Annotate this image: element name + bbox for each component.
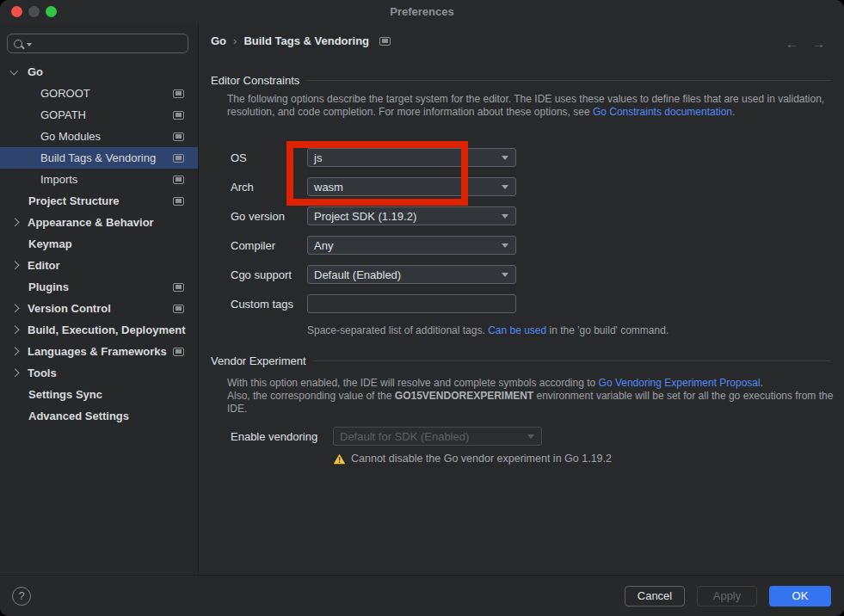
arch-dropdown[interactable]: wasm — [307, 177, 516, 196]
sidebar-item-project-structure[interactable]: Project Structure — [0, 190, 198, 212]
window-title: Preferences — [0, 5, 844, 18]
sidebar-item-languages-frameworks[interactable]: Languages & Frameworks — [0, 341, 198, 362]
sidebar-item-label: Go — [28, 65, 43, 78]
go-vendoring-experiment-proposal-link[interactable]: Go Vendoring Experiment Proposal — [599, 377, 761, 389]
title-bar: Preferences — [0, 0, 844, 23]
project-settings-icon — [173, 132, 184, 141]
sidebar-item-imports[interactable]: Imports — [0, 169, 198, 190]
breadcrumb-build-tags-vendoring: Build Tags & Vendoring — [243, 34, 369, 47]
project-settings-icon — [173, 176, 184, 184]
form-row-cgo-support: Cgo support Default (Enabled) — [231, 265, 516, 284]
go-constraints-documentation-link[interactable]: Go Constraints documentation — [593, 106, 732, 118]
can-be-used-link[interactable]: Can be used — [488, 324, 546, 336]
apply-button: Apply — [697, 586, 757, 607]
sidebar-item-go[interactable]: Go — [0, 61, 198, 83]
chevron-right-icon[interactable] — [11, 219, 19, 226]
cgo-support-label: Cgo support — [231, 268, 307, 281]
sidebar-item-gopath[interactable]: GOPATH — [0, 104, 198, 126]
settings-search-box[interactable] — [7, 34, 188, 53]
env-var-name: GO15VENDOREXPERIMENT — [395, 390, 533, 402]
sidebar-item-label: Go Modules — [40, 130, 101, 143]
form-row-compiler: Compiler Any — [231, 236, 516, 255]
project-settings-icon — [173, 154, 184, 163]
chevron-right-icon[interactable] — [11, 326, 19, 334]
cancel-button[interactable]: Cancel — [625, 586, 685, 607]
sidebar-item-editor[interactable]: Editor — [0, 255, 198, 276]
description-line: Also, the corresponding value of the GO1… — [227, 390, 829, 403]
warning-text: Cannot disable the Go vendor experiment … — [351, 453, 612, 465]
sidebar-item-label: Keymap — [28, 237, 72, 250]
go-version-label: Go version — [231, 210, 307, 223]
compiler-label: Compiler — [231, 239, 307, 252]
sidebar-item-settings-sync[interactable]: Settings Sync — [0, 384, 198, 405]
sidebar-item-label: Advanced Settings — [28, 410, 129, 422]
chevron-right-icon[interactable] — [11, 348, 19, 355]
sidebar-item-advanced-settings[interactable]: Advanced Settings — [0, 405, 198, 427]
preferences-window: Preferences Go GOROOT GOPATH — [0, 0, 844, 616]
project-settings-icon — [379, 37, 391, 46]
sidebar-item-version-control[interactable]: Version Control — [0, 298, 198, 319]
editor-constraints-section-header: Editor Constraints — [211, 74, 830, 87]
sidebar-item-label: Version Control — [28, 302, 111, 315]
form-row-go-version: Go version Project SDK (1.19.2) — [231, 206, 516, 225]
sidebar-item-label: Project Structure — [28, 194, 119, 207]
warning-triangle-icon — [333, 453, 346, 465]
chevron-down-icon[interactable] — [10, 67, 18, 75]
project-settings-icon — [173, 305, 184, 313]
forward-arrow-icon[interactable]: → — [812, 36, 825, 51]
breadcrumb: Go › Build Tags & Vendoring — [211, 34, 391, 47]
go-version-dropdown[interactable]: Project SDK (1.19.2) — [307, 206, 516, 225]
project-settings-icon — [173, 89, 184, 98]
sidebar-item-label: Settings Sync — [28, 388, 102, 401]
section-title: Editor Constraints — [211, 74, 299, 87]
chevron-right-icon[interactable] — [11, 262, 19, 269]
sidebar-item-go-modules[interactable]: Go Modules — [0, 126, 198, 147]
sidebar-item-label: Imports — [40, 173, 77, 186]
description-line: The following options describe the targe… — [227, 93, 829, 106]
description-line: resolution, and code completion. For mor… — [227, 106, 829, 119]
description-line: With this option enabled, the IDE will r… — [227, 377, 829, 390]
sidebar-item-label: GOROOT — [40, 87, 90, 100]
os-dropdown[interactable]: js — [307, 148, 516, 167]
sidebar-item-plugins[interactable]: Plugins — [0, 276, 198, 298]
sidebar-item-goroot[interactable]: GOROOT — [0, 83, 198, 104]
question-mark-icon: ? — [18, 589, 24, 602]
settings-content: Go › Build Tags & Vendoring ← → Editor C… — [199, 23, 844, 576]
custom-tags-label: Custom tags — [231, 298, 307, 311]
history-navigation: ← → — [785, 36, 825, 51]
settings-tree: Go GOROOT GOPATH Go Modules Build Tags &… — [0, 61, 198, 427]
section-divider — [306, 80, 830, 81]
sidebar-item-keymap[interactable]: Keymap — [0, 233, 198, 255]
sidebar-item-build-tags-vendoring[interactable]: Build Tags & Vendoring — [0, 147, 198, 169]
custom-tags-input[interactable] — [314, 297, 509, 311]
project-settings-icon — [173, 197, 184, 206]
custom-tags-hint: Space-separated list of additional tags.… — [307, 324, 668, 336]
project-settings-icon — [173, 283, 184, 292]
sidebar-item-label: Build Tags & Vendoring — [40, 151, 156, 164]
form-row-custom-tags: Custom tags — [231, 294, 516, 313]
help-button[interactable]: ? — [12, 587, 31, 606]
section-title: Vendor Experiment — [211, 354, 306, 367]
search-input[interactable] — [36, 36, 188, 51]
search-history-chevron-icon[interactable] — [27, 43, 32, 46]
compiler-dropdown[interactable]: Any — [307, 236, 516, 255]
vendor-experiment-description: With this option enabled, the IDE will r… — [227, 377, 829, 416]
sidebar-item-appearance-behavior[interactable]: Appearance & Behavior — [0, 212, 198, 233]
enable-vendoring-dropdown: Default for SDK (Enabled) — [333, 427, 542, 446]
sidebar-item-label: GOPATH — [40, 108, 86, 121]
cgo-support-dropdown[interactable]: Default (Enabled) — [307, 265, 516, 284]
sidebar-item-build-execution-deployment[interactable]: Build, Execution, Deployment — [0, 319, 198, 341]
vendor-experiment-section-header: Vendor Experiment — [211, 354, 830, 367]
editor-constraints-form: OS js Arch wasm Go version Project SDK (… — [231, 148, 516, 323]
vendoring-warning: Cannot disable the Go vendor experiment … — [333, 453, 612, 465]
sidebar-item-label: Tools — [28, 367, 57, 379]
breadcrumb-go[interactable]: Go — [211, 34, 226, 47]
back-arrow-icon[interactable]: ← — [785, 36, 798, 51]
chevron-right-icon[interactable] — [11, 369, 19, 377]
sidebar-item-label: Plugins — [28, 280, 69, 293]
ok-button[interactable]: OK — [769, 586, 831, 607]
chevron-right-icon[interactable] — [11, 305, 19, 312]
search-icon — [14, 40, 22, 48]
sidebar-item-tools[interactable]: Tools — [0, 362, 198, 384]
sidebar-item-label: Languages & Frameworks — [28, 345, 167, 358]
